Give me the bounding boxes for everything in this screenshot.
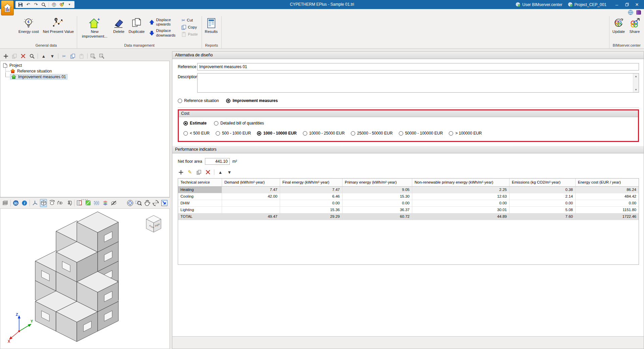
reference-input[interactable]: [197, 63, 639, 70]
indicator-delete-icon[interactable]: [205, 169, 211, 175]
undo-icon[interactable]: ↶: [25, 2, 31, 7]
duplicate-button[interactable]: Duplicate: [127, 17, 146, 35]
view-3d-icon[interactable]: 3D: [12, 199, 19, 207]
model-viewport[interactable]: Front Right Z Y X: [0, 209, 170, 349]
scroll-up-icon[interactable]: ▲: [633, 73, 639, 79]
displace-upwards-button[interactable]: Displace upwards: [148, 17, 177, 27]
orbit-vertical-icon[interactable]: [66, 199, 72, 207]
table-row-cooling[interactable]: Cooling 42.00 6.46 15.30 12.63 2.14 484.…: [178, 193, 639, 200]
appearance-icon[interactable]: [51, 2, 57, 7]
tree-toolbar: ▲ ▼ ✂: [0, 51, 170, 61]
net-present-value-button[interactable]: % Net Present Value: [41, 17, 75, 35]
orbit-eye-icon[interactable]: [57, 199, 64, 207]
minimize-button[interactable]: –: [612, 0, 622, 9]
help-book-icon[interactable]: [636, 10, 641, 15]
energy-cost-icon: €: [23, 18, 34, 29]
radio-detailed-bill[interactable]: Detailed bill of quantities: [214, 121, 264, 126]
zoom-window-icon[interactable]: [135, 199, 142, 207]
update-button[interactable]: Update: [611, 17, 627, 35]
axes-icon[interactable]: [32, 199, 38, 207]
bimserver-sync-icon[interactable]: [59, 2, 64, 7]
bimserver-project-chip[interactable]: Project_CEP_001: [568, 2, 606, 7]
cost-range-radios: < 500 EUR 500 - 1000 EUR 1000 - 10000 EU…: [183, 131, 633, 136]
restore-button[interactable]: [622, 0, 632, 9]
description-scrollbar[interactable]: ▲ ▼: [633, 73, 639, 92]
tree-delete-icon[interactable]: [20, 53, 26, 59]
table-row-total[interactable]: TOTAL 49.47 29.29 60.72 44.89 7.60 1722.…: [178, 213, 639, 220]
radio-estimate[interactable]: Estimate: [183, 121, 207, 126]
table-header-row: Technical service Demand (kWh/m²·year) F…: [178, 179, 639, 187]
expand-branch-icon[interactable]: [90, 53, 96, 59]
tree-item-project[interactable]: Project: [1, 62, 169, 68]
new-improvement-house-icon: +: [89, 18, 100, 29]
collapse-branch-icon[interactable]: [99, 53, 105, 59]
ribbon-group-label: General data: [17, 43, 75, 48]
indicator-edit-icon[interactable]: ✎: [187, 169, 193, 175]
displace-downwards-button[interactable]: Displace downwards: [148, 28, 177, 38]
tree-move-up-icon[interactable]: ▲: [41, 53, 47, 59]
tree-item-reference-situation[interactable]: Reference situation: [1, 68, 169, 74]
delete-button[interactable]: Delete: [111, 17, 126, 35]
zoom-extents-icon[interactable]: [127, 199, 133, 207]
radio-range-25000-50000[interactable]: 25000 - 50000 EUR: [351, 131, 393, 136]
radio-range-lt-500[interactable]: < 500 EUR: [183, 131, 210, 136]
paste-button[interactable]: Paste: [180, 32, 199, 37]
radio-range-1000-10000[interactable]: 1000 - 10000 EUR: [257, 131, 297, 136]
ribbon-group-label: Data management: [78, 43, 200, 48]
axis-triad: Z Y X: [5, 310, 36, 343]
layers-icon[interactable]: [2, 199, 9, 207]
indicator-move-up-icon[interactable]: ▲: [217, 169, 223, 175]
copy-button[interactable]: Copy: [180, 24, 199, 30]
house-improvement-icon: [11, 74, 16, 79]
radio-reference-situation[interactable]: Reference situation: [178, 98, 219, 103]
bimserver-user-chip[interactable]: User BIMserver.center: [516, 2, 562, 7]
radio-range-gt-100000[interactable]: > 100000 EUR: [449, 131, 482, 136]
net-floor-area-input[interactable]: [205, 158, 230, 165]
panel-title: Alternativa de diseño: [172, 52, 644, 59]
previous-view-icon[interactable]: [161, 199, 167, 207]
tree-cut-icon[interactable]: ✂: [61, 53, 67, 59]
share-button[interactable]: Share: [627, 17, 642, 35]
quickbar-dropdown-icon[interactable]: ▼: [67, 2, 72, 7]
table-row-dhw[interactable]: DHW 0.00 0.00 0.00 0.00 0.00: [178, 200, 639, 207]
tree-copy-icon[interactable]: [70, 53, 76, 59]
view-cube[interactable]: Front Right: [143, 213, 164, 235]
title-bar: CYPETHERM EPlus - Sample 01.tri User BIM…: [0, 0, 644, 9]
redo-icon[interactable]: ↷: [33, 2, 39, 7]
tree-add-icon[interactable]: [3, 53, 9, 59]
table-row-heating[interactable]: Heating 7.47 7.47 9.05 2.25 0.38 86.24: [178, 187, 639, 193]
new-improvement-button[interactable]: + New improvement...: [78, 17, 111, 40]
ribbon: € Energy cost % Net Present Value Genera…: [0, 9, 644, 49]
app-menu-button[interactable]: [1, 0, 14, 15]
search-icon[interactable]: [41, 2, 46, 7]
tree-duplicate-icon[interactable]: [11, 53, 17, 59]
hide-elements-icon[interactable]: [110, 199, 117, 207]
results-button[interactable]: Results: [203, 17, 219, 35]
scroll-down-icon[interactable]: ▼: [633, 87, 639, 92]
tree-item-improvement-measures[interactable]: Improvement measures 01: [1, 74, 169, 80]
tree-paste-icon[interactable]: [78, 53, 85, 59]
dashed-box-icon[interactable]: [93, 199, 100, 207]
orbit-icon[interactable]: [152, 199, 159, 207]
indicator-add-icon[interactable]: [178, 169, 184, 175]
indicator-move-down-icon[interactable]: ▼: [226, 169, 232, 175]
info-icon[interactable]: i: [21, 199, 28, 207]
close-button[interactable]: ×: [632, 0, 642, 9]
radio-range-50000-100000[interactable]: 50000 - 100000 EUR: [399, 131, 443, 136]
energy-cost-button[interactable]: € Energy cost: [17, 17, 41, 35]
layer-stack-icon[interactable]: [102, 199, 108, 207]
radio-range-500-1000[interactable]: 500 - 1000 EUR: [216, 131, 251, 136]
description-textarea[interactable]: ▲ ▼: [197, 73, 639, 93]
rotate-cube-icon[interactable]: [49, 199, 55, 207]
tree-move-down-icon[interactable]: ▼: [49, 53, 55, 59]
indicator-duplicate-icon[interactable]: [196, 169, 202, 175]
cut-button[interactable]: ✂ Cut: [180, 17, 199, 23]
radio-range-10000-25000[interactable]: 10000 - 25000 EUR: [303, 131, 345, 136]
radio-improvement-measures[interactable]: Improvement measures: [226, 98, 278, 103]
web-help-icon[interactable]: [628, 10, 633, 15]
tree-search-icon[interactable]: [29, 53, 35, 59]
pan-icon[interactable]: [144, 199, 151, 207]
save-icon[interactable]: [18, 2, 23, 7]
orthogonal-cube-icon[interactable]: [40, 199, 47, 207]
table-row-lighting[interactable]: Lighting 15.36 36.37 30.01 5.08 1151.80: [178, 207, 639, 213]
